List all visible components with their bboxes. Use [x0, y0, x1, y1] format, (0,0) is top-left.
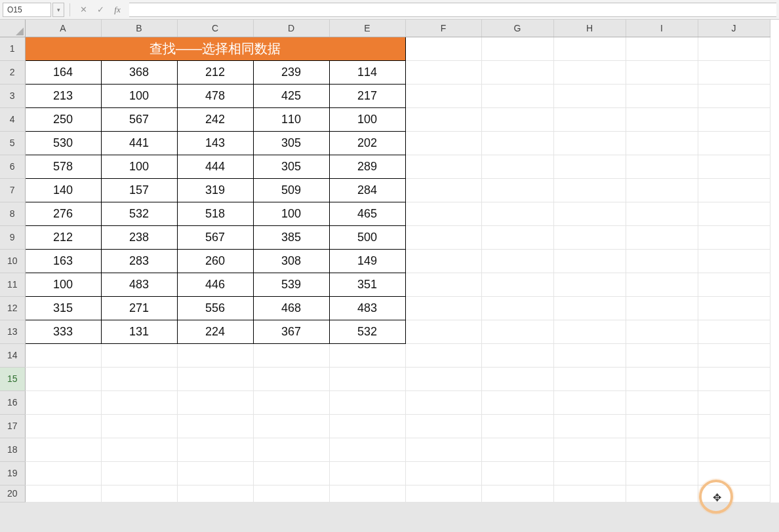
cell-C14[interactable]: [177, 343, 253, 367]
cell-H18[interactable]: [553, 438, 626, 461]
cell-I8[interactable]: [626, 202, 698, 225]
cell-D5[interactable]: 305: [253, 131, 329, 155]
cell-B7[interactable]: 157: [101, 178, 177, 202]
cell-H6[interactable]: [553, 155, 626, 178]
cell-H13[interactable]: [553, 320, 626, 343]
cancel-icon[interactable]: ✕: [75, 3, 91, 17]
column-header-F[interactable]: F: [405, 20, 481, 37]
cell-D10[interactable]: 308: [253, 249, 329, 273]
column-header-H[interactable]: H: [553, 20, 626, 37]
cell-J11[interactable]: [698, 273, 770, 296]
cell-G2[interactable]: [481, 60, 553, 84]
cell-C20[interactable]: [177, 485, 253, 502]
cell-E4[interactable]: 100: [329, 107, 405, 131]
cell-H7[interactable]: [553, 178, 626, 202]
cell-F10[interactable]: [405, 249, 481, 273]
row-header-2[interactable]: 2: [0, 60, 25, 84]
cell-H19[interactable]: [553, 461, 626, 485]
name-box[interactable]: O15: [3, 3, 51, 17]
row-header-11[interactable]: 11: [0, 273, 25, 296]
row-header-14[interactable]: 14: [0, 343, 25, 367]
cell-B4[interactable]: 567: [101, 107, 177, 131]
cell-E2[interactable]: 114: [329, 60, 405, 84]
fx-icon[interactable]: fx: [110, 3, 125, 17]
cell-I12[interactable]: [626, 296, 698, 320]
cell-A19[interactable]: [25, 461, 101, 485]
cell-I14[interactable]: [626, 343, 698, 367]
cell-F6[interactable]: [405, 155, 481, 178]
cell-B15[interactable]: [101, 367, 177, 390]
cell-B20[interactable]: [101, 485, 177, 502]
cell-F4[interactable]: [405, 107, 481, 131]
cell-J3[interactable]: [698, 84, 770, 107]
cell-D2[interactable]: 239: [253, 60, 329, 84]
cell-B11[interactable]: 483: [101, 273, 177, 296]
cell-B3[interactable]: 100: [101, 84, 177, 107]
cell-H11[interactable]: [553, 273, 626, 296]
cell-E14[interactable]: [329, 343, 405, 367]
cell-I9[interactable]: [626, 225, 698, 249]
cell-H8[interactable]: [553, 202, 626, 225]
cell-I5[interactable]: [626, 131, 698, 155]
title-cell[interactable]: 查找——选择相同数据: [25, 37, 405, 60]
cell-E12[interactable]: 483: [329, 296, 405, 320]
cell-B12[interactable]: 271: [101, 296, 177, 320]
cell-A17[interactable]: [25, 414, 101, 438]
select-all-corner[interactable]: [0, 20, 25, 37]
cell-D17[interactable]: [253, 414, 329, 438]
cell-B6[interactable]: 100: [101, 155, 177, 178]
cell-H16[interactable]: [553, 390, 626, 414]
cell-E13[interactable]: 532: [329, 320, 405, 343]
cell-A15[interactable]: [25, 367, 101, 390]
row-header-17[interactable]: 17: [0, 414, 25, 438]
cell-A8[interactable]: 276: [25, 202, 101, 225]
cell-J8[interactable]: [698, 202, 770, 225]
cell-H14[interactable]: [553, 343, 626, 367]
enter-icon[interactable]: ✓: [92, 3, 108, 17]
cell-H5[interactable]: [553, 131, 626, 155]
cell-J19[interactable]: [698, 461, 770, 485]
cell-D4[interactable]: 110: [253, 107, 329, 131]
cell-G1[interactable]: [481, 37, 553, 60]
cell-E10[interactable]: 149: [329, 249, 405, 273]
cell-D18[interactable]: [253, 438, 329, 461]
cell-C8[interactable]: 518: [177, 202, 253, 225]
cell-B19[interactable]: [101, 461, 177, 485]
spreadsheet-grid[interactable]: ABCDEFGHIJ1查找——选择相同数据2164368212239114321…: [0, 20, 779, 503]
cell-A9[interactable]: 212: [25, 225, 101, 249]
cell-B10[interactable]: 283: [101, 249, 177, 273]
row-header-18[interactable]: 18: [0, 438, 25, 461]
cell-B16[interactable]: [101, 390, 177, 414]
cell-A16[interactable]: [25, 390, 101, 414]
column-header-I[interactable]: I: [626, 20, 698, 37]
cell-D15[interactable]: [253, 367, 329, 390]
cell-H10[interactable]: [553, 249, 626, 273]
cell-C3[interactable]: 478: [177, 84, 253, 107]
cell-H12[interactable]: [553, 296, 626, 320]
cell-G9[interactable]: [481, 225, 553, 249]
cell-A11[interactable]: 100: [25, 273, 101, 296]
formula-input[interactable]: [129, 3, 776, 17]
cell-A20[interactable]: [25, 485, 101, 502]
row-header-8[interactable]: 8: [0, 202, 25, 225]
cell-E8[interactable]: 465: [329, 202, 405, 225]
cell-J12[interactable]: [698, 296, 770, 320]
cell-A4[interactable]: 250: [25, 107, 101, 131]
cell-I7[interactable]: [626, 178, 698, 202]
cell-E19[interactable]: [329, 461, 405, 485]
cell-I2[interactable]: [626, 60, 698, 84]
cell-F11[interactable]: [405, 273, 481, 296]
cell-B8[interactable]: 532: [101, 202, 177, 225]
cell-D16[interactable]: [253, 390, 329, 414]
cell-G5[interactable]: [481, 131, 553, 155]
cell-E3[interactable]: 217: [329, 84, 405, 107]
row-header-3[interactable]: 3: [0, 84, 25, 107]
cell-C19[interactable]: [177, 461, 253, 485]
row-header-1[interactable]: 1: [0, 37, 25, 60]
cell-I18[interactable]: [626, 438, 698, 461]
cell-D12[interactable]: 468: [253, 296, 329, 320]
cell-J15[interactable]: [698, 367, 770, 390]
cell-E5[interactable]: 202: [329, 131, 405, 155]
cell-F1[interactable]: [405, 37, 481, 60]
cell-B14[interactable]: [101, 343, 177, 367]
